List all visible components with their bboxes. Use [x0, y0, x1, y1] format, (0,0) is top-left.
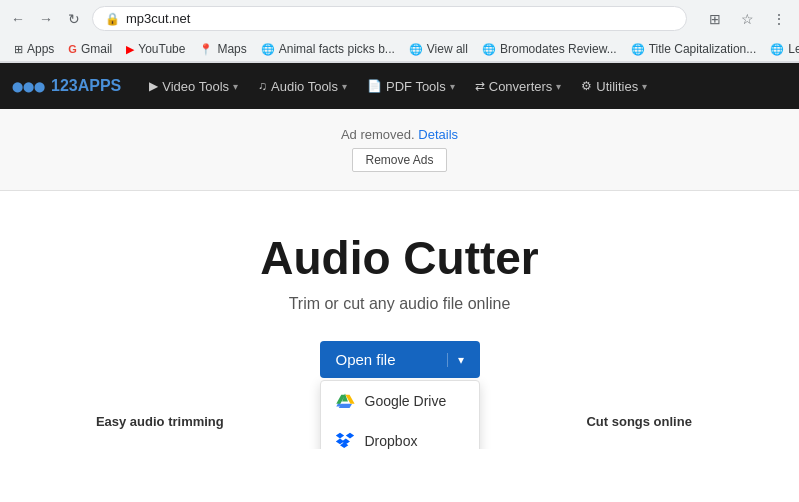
- open-file-container: Open file ▾: [320, 341, 480, 378]
- menu-button[interactable]: ⋮: [767, 7, 791, 31]
- ad-details-link[interactable]: Details: [418, 127, 458, 142]
- bookmark-maps-label: Maps: [217, 42, 246, 56]
- nav-pdf-tools[interactable]: 📄 PDF Tools ▾: [359, 75, 463, 98]
- audio-tools-chevron-icon: ▾: [342, 81, 347, 92]
- address-bar[interactable]: 🔒 mp3cut.net: [92, 6, 687, 31]
- feature-easy-trimming: Easy audio trimming: [40, 414, 280, 429]
- logo-text: 123APPS: [51, 77, 121, 95]
- nav-menu: ▶ Video Tools ▾ ♫ Audio Tools ▾ 📄 PDF To…: [141, 75, 655, 98]
- bookmark-animal-facts[interactable]: 🌐 Animal facts picks b...: [255, 40, 401, 58]
- bookmark-gmail[interactable]: G Gmail: [62, 40, 118, 58]
- lesbian-sugar-icon: 🌐: [770, 43, 784, 56]
- extensions-button[interactable]: ⊞: [703, 7, 727, 31]
- bookmark-lesbian-sugar[interactable]: 🌐 Lesbian Sugar Mom...: [764, 40, 799, 58]
- bookmark-youtube-label: YouTube: [138, 42, 185, 56]
- bookmark-apps[interactable]: ⊞ Apps: [8, 40, 60, 58]
- bookmarks-bar: ⊞ Apps G Gmail ▶ YouTube 📍 Maps 🌐 Animal…: [0, 37, 799, 62]
- main-content: Audio Cutter Trim or cut any audio file …: [0, 191, 799, 449]
- back-button[interactable]: ←: [8, 9, 28, 29]
- dropdown-google-drive[interactable]: Google Drive: [321, 381, 479, 421]
- google-drive-label: Google Drive: [365, 393, 447, 409]
- logo-123: 123: [51, 77, 78, 94]
- nav-converters[interactable]: ⇄ Converters ▾: [467, 75, 570, 98]
- utilities-icon: ⚙: [581, 79, 592, 93]
- utilities-chevron-icon: ▾: [642, 81, 647, 92]
- audio-tools-icon: ♫: [258, 79, 267, 93]
- nav-audio-tools-label: Audio Tools: [271, 79, 338, 94]
- open-file-chevron-icon: ▾: [447, 353, 464, 367]
- logo-apps: APPS: [78, 77, 122, 94]
- bookmark-bromodates-label: Bromodates Review...: [500, 42, 617, 56]
- nav-audio-tools[interactable]: ♫ Audio Tools ▾: [250, 75, 355, 98]
- feature-easy-trimming-label: Easy audio trimming: [96, 414, 224, 429]
- dropdown-dropbox[interactable]: Dropbox: [321, 421, 479, 449]
- feature-cut-songs-label: Cut songs online: [586, 414, 691, 429]
- dropbox-label: Dropbox: [365, 433, 418, 449]
- view-all-icon: 🌐: [409, 43, 423, 56]
- gmail-icon: G: [68, 43, 77, 55]
- app-navbar: ⬤⬤⬤ 123APPS ▶ Video Tools ▾ ♫ Audio Tool…: [0, 63, 799, 109]
- pdf-tools-icon: 📄: [367, 79, 382, 93]
- open-file-dropdown: Google Drive Dropbox From URL: [320, 380, 480, 449]
- bookmark-title-cap[interactable]: 🌐 Title Capitalization...: [625, 40, 763, 58]
- nav-utilities-label: Utilities: [596, 79, 638, 94]
- browser-controls-bar: ← → ↻ 🔒 mp3cut.net ⊞ ☆ ⋮: [0, 0, 799, 37]
- ad-removed-text: Ad removed.: [341, 127, 415, 142]
- dropbox-icon: [335, 431, 355, 449]
- nav-utilities[interactable]: ⚙ Utilities ▾: [573, 75, 655, 98]
- google-drive-icon: [335, 391, 355, 411]
- forward-button[interactable]: →: [36, 9, 56, 29]
- logo-dots-icon: ⬤⬤⬤: [12, 81, 45, 92]
- converters-icon: ⇄: [475, 79, 485, 93]
- page-title: Audio Cutter: [260, 231, 539, 285]
- pdf-tools-chevron-icon: ▾: [450, 81, 455, 92]
- nav-pdf-tools-label: PDF Tools: [386, 79, 446, 94]
- bookmark-view-all[interactable]: 🌐 View all: [403, 40, 474, 58]
- bookmark-lesbian-sugar-label: Lesbian Sugar Mom...: [788, 42, 799, 56]
- open-file-button[interactable]: Open file ▾: [320, 341, 480, 378]
- reload-button[interactable]: ↻: [64, 9, 84, 29]
- video-tools-icon: ▶: [149, 79, 158, 93]
- feature-cut-songs: Cut songs online: [519, 414, 759, 429]
- nav-video-tools-label: Video Tools: [162, 79, 229, 94]
- browser-chrome: ← → ↻ 🔒 mp3cut.net ⊞ ☆ ⋮ ⊞ Apps G Gmail …: [0, 0, 799, 63]
- bookmark-title-cap-label: Title Capitalization...: [649, 42, 757, 56]
- open-file-label: Open file: [336, 351, 396, 368]
- nav-converters-label: Converters: [489, 79, 553, 94]
- bookmark-maps[interactable]: 📍 Maps: [193, 40, 252, 58]
- page-subtitle: Trim or cut any audio file online: [289, 295, 511, 313]
- bookmark-gmail-label: Gmail: [81, 42, 112, 56]
- bookmark-youtube[interactable]: ▶ YouTube: [120, 40, 191, 58]
- url-text: mp3cut.net: [126, 11, 190, 26]
- animal-facts-icon: 🌐: [261, 43, 275, 56]
- app-logo[interactable]: ⬤⬤⬤ 123APPS: [12, 77, 121, 95]
- bookmark-view-all-label: View all: [427, 42, 468, 56]
- remove-ads-button[interactable]: Remove Ads: [352, 148, 446, 172]
- bromodates-icon: 🌐: [482, 43, 496, 56]
- youtube-icon: ▶: [126, 43, 134, 56]
- bookmark-animal-facts-label: Animal facts picks b...: [279, 42, 395, 56]
- bookmark-bromodates[interactable]: 🌐 Bromodates Review...: [476, 40, 623, 58]
- converters-chevron-icon: ▾: [556, 81, 561, 92]
- apps-grid-icon: ⊞: [14, 43, 23, 56]
- lock-icon: 🔒: [105, 12, 120, 26]
- maps-icon: 📍: [199, 43, 213, 56]
- ad-section: Ad removed. Details Remove Ads: [0, 109, 799, 191]
- title-cap-icon: 🌐: [631, 43, 645, 56]
- nav-video-tools[interactable]: ▶ Video Tools ▾: [141, 75, 246, 98]
- bookmark-apps-label: Apps: [27, 42, 54, 56]
- star-button[interactable]: ☆: [735, 7, 759, 31]
- ad-message: Ad removed. Details: [18, 127, 781, 142]
- video-tools-chevron-icon: ▾: [233, 81, 238, 92]
- toolbar-icons: ⊞ ☆ ⋮: [703, 7, 791, 31]
